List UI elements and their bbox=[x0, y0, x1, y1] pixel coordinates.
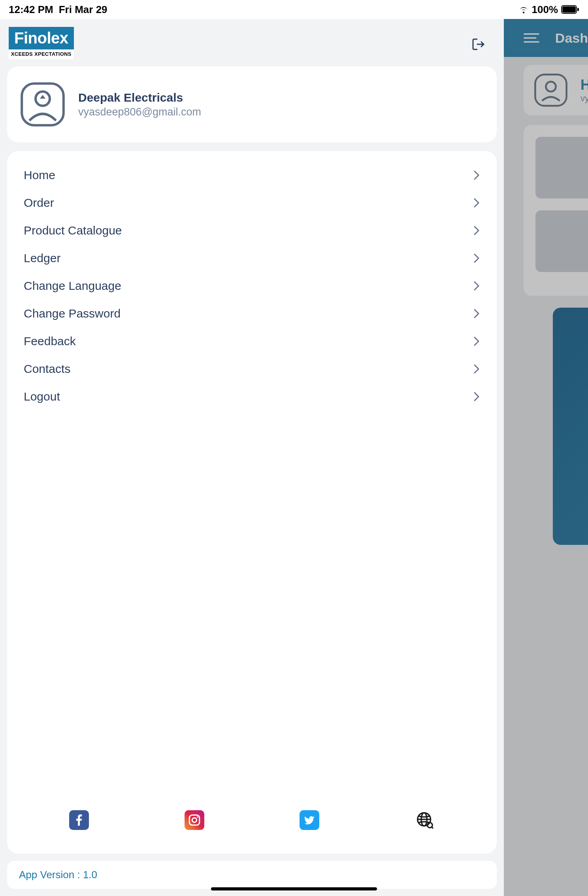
menu-label: Order bbox=[24, 196, 54, 210]
menu-item-feedback[interactable]: Feedback bbox=[21, 327, 482, 355]
dashboard-user-card: Hi vya bbox=[524, 65, 588, 115]
menu-label: Change Password bbox=[24, 307, 121, 320]
dashboard-stats-card bbox=[524, 125, 588, 296]
menu-label: Ledger bbox=[24, 251, 60, 265]
avatar-icon bbox=[533, 72, 569, 108]
chevron-right-icon bbox=[473, 253, 480, 264]
menu-label: Logout bbox=[24, 390, 60, 403]
battery-percent: 100% bbox=[532, 4, 558, 16]
social-links-row bbox=[21, 802, 482, 843]
status-bar: 12:42 PM Fri Mar 29 100% bbox=[0, 0, 588, 19]
chevron-right-icon bbox=[473, 308, 480, 319]
home-indicator[interactable] bbox=[211, 887, 377, 890]
chevron-right-icon bbox=[473, 280, 480, 291]
menu-card: Home Order Product Catalogue Ledger Chan… bbox=[7, 151, 497, 854]
chevron-right-icon bbox=[473, 391, 480, 402]
svg-rect-8 bbox=[22, 83, 64, 125]
menu-item-logout[interactable]: Logout bbox=[21, 383, 482, 410]
svg-rect-1 bbox=[562, 6, 576, 13]
menu-item-product-catalogue[interactable]: Product Catalogue bbox=[21, 217, 482, 244]
brand-tagline: XCEEDS XPECTATIONS bbox=[9, 49, 74, 57]
globe-icon[interactable] bbox=[415, 810, 435, 830]
menu-item-order[interactable]: Order bbox=[21, 189, 482, 217]
svg-point-9 bbox=[36, 92, 50, 106]
status-right: 100% bbox=[518, 4, 580, 16]
twitter-icon[interactable] bbox=[300, 810, 319, 830]
dashboard-background: Dash Hi vya bbox=[504, 19, 588, 896]
user-name: Deepak Electricals bbox=[78, 91, 201, 104]
svg-point-7 bbox=[546, 81, 556, 91]
dashboard-title: Dash bbox=[555, 30, 588, 46]
status-date: Fri Mar 29 bbox=[59, 4, 107, 16]
dashboard-body: Hi vya bbox=[504, 57, 588, 545]
dashboard-header: Dash bbox=[504, 19, 588, 57]
version-bar: App Version : 1.0 bbox=[7, 861, 497, 889]
status-left: 12:42 PM Fri Mar 29 bbox=[9, 4, 107, 16]
menu-label: Product Catalogue bbox=[24, 224, 122, 237]
hamburger-icon[interactable] bbox=[524, 32, 539, 44]
menu-item-change-password[interactable]: Change Password bbox=[21, 300, 482, 327]
dashboard-banner bbox=[553, 308, 588, 545]
user-profile-card[interactable]: Deepak Electricals vyasdeep806@gmail.com bbox=[7, 66, 497, 142]
chevron-right-icon bbox=[473, 197, 480, 208]
instagram-icon[interactable] bbox=[185, 810, 204, 830]
svg-rect-2 bbox=[577, 8, 579, 11]
menu-item-contacts[interactable]: Contacts bbox=[21, 355, 482, 383]
dashboard-email-preview: vya bbox=[580, 93, 588, 104]
close-drawer-icon[interactable] bbox=[471, 37, 486, 51]
menu-label: Home bbox=[24, 168, 55, 182]
svg-rect-6 bbox=[535, 74, 566, 106]
facebook-icon[interactable] bbox=[69, 810, 89, 830]
svg-point-11 bbox=[192, 818, 196, 822]
menu-list: Home Order Product Catalogue Ledger Chan… bbox=[21, 161, 482, 802]
avatar-icon bbox=[19, 81, 66, 128]
wifi-icon bbox=[518, 6, 529, 13]
brand-name: Finolex bbox=[9, 27, 74, 49]
version-text: App Version : 1.0 bbox=[19, 869, 97, 881]
menu-item-home[interactable]: Home bbox=[21, 161, 482, 189]
menu-item-ledger[interactable]: Ledger bbox=[21, 244, 482, 272]
user-email: vyasdeep806@gmail.com bbox=[78, 106, 201, 118]
dashboard-greeting: Hi bbox=[580, 77, 588, 93]
user-info: Deepak Electricals vyasdeep806@gmail.com bbox=[78, 91, 201, 118]
status-time: 12:42 PM bbox=[9, 4, 53, 16]
battery-icon bbox=[561, 5, 579, 14]
menu-label: Change Language bbox=[24, 279, 121, 293]
chevron-right-icon bbox=[473, 336, 480, 347]
svg-point-12 bbox=[197, 817, 198, 818]
menu-label: Feedback bbox=[24, 335, 76, 348]
menu-label: Contacts bbox=[24, 362, 70, 376]
chevron-right-icon bbox=[473, 225, 480, 236]
navigation-drawer: Finolex XCEEDS XPECTATIONS Deepak Electr… bbox=[0, 19, 504, 896]
stat-box bbox=[535, 210, 588, 272]
stat-box bbox=[535, 137, 588, 198]
drawer-header: Finolex XCEEDS XPECTATIONS bbox=[7, 26, 497, 63]
menu-item-change-language[interactable]: Change Language bbox=[21, 272, 482, 300]
chevron-right-icon bbox=[473, 170, 480, 181]
chevron-right-icon bbox=[473, 363, 480, 374]
svg-line-17 bbox=[432, 827, 433, 828]
brand-logo: Finolex XCEEDS XPECTATIONS bbox=[9, 27, 74, 59]
